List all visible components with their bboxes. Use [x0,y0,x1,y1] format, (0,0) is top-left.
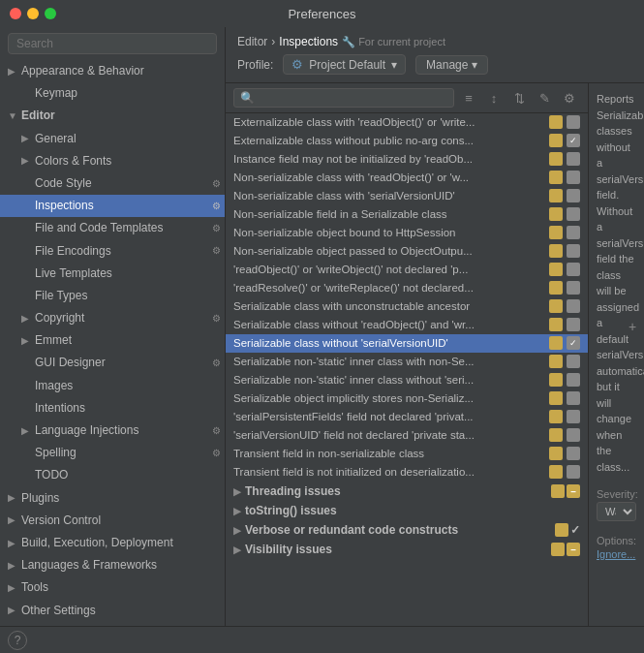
check-box[interactable] [567,171,580,184]
sidebar-item-label: Inspections [35,197,94,215]
sidebar-item-intentions[interactable]: Intentions [0,397,225,420]
profile-dropdown[interactable]: ⚙ Project Default ▾ [283,54,406,75]
sidebar-item-general[interactable]: ▶ General [0,128,225,150]
group-arrow-icon: ▶ [233,525,241,536]
list-item[interactable]: Non-serializable field in a Serializable… [226,205,588,224]
list-item[interactable]: Transient field is not initialized on de… [226,463,588,482]
check-box[interactable] [567,299,580,313]
check-box[interactable] [567,318,580,331]
list-item[interactable]: Transient field in non-serializable clas… [226,445,588,463]
sidebar-item-label: GUI Designer [35,354,106,372]
sidebar-item-keymap[interactable]: Keymap [0,82,225,105]
list-item[interactable]: Non-serializable class with 'serialVersi… [226,187,588,205]
list-item[interactable]: Serializable object implicitly stores no… [226,389,588,408]
sidebar-item-label: File Types [35,287,87,305]
sidebar-item-editor[interactable]: ▼ Editor [0,105,225,127]
check-box[interactable] [567,373,580,387]
sidebar-item-copyright[interactable]: ▶ Copyright ⚙ [0,307,225,329]
inspection-search-input[interactable] [233,88,454,108]
check-box[interactable] [567,281,580,295]
list-item[interactable]: 'serialPersistentFields' field not decla… [226,408,588,426]
list-item[interactable]: Serializable class without 'readObject()… [226,316,588,334]
list-item[interactable]: Instance field may not be initialized by… [226,150,588,169]
sidebar-item-emmet[interactable]: ▶ Emmet [0,329,225,352]
sidebar-item-tools[interactable]: ▶ Tools [0,576,225,599]
sidebar-tree: ▶ Appearance & Behavior Keymap ▼ Editor … [0,60,225,626]
sidebar-item-languages-frameworks[interactable]: ▶ Languages & Frameworks [0,554,225,576]
severity-indicator [551,484,565,498]
list-item[interactable]: Externalizable class without public no-a… [226,132,588,150]
sidebar-search-input[interactable] [8,33,217,54]
add-button[interactable]: + [625,319,640,334]
group-row-threading[interactable]: ▶ Threading issues – [226,482,588,501]
check-box[interactable]: ✓ [570,523,580,537]
sidebar-item-colors-fonts[interactable]: ▶ Colors & Fonts [0,150,225,172]
check-box[interactable] [567,428,580,442]
check-box[interactable] [567,465,580,479]
list-item[interactable]: Non-serializable class with 'readObject(… [226,169,588,187]
sidebar-item-plugins[interactable]: ▶ Plugins [0,487,225,510]
sidebar-item-label: Intentions [35,399,85,418]
sidebar-item-label: Version Control [21,512,101,530]
filter-button[interactable]: ≡ [458,87,479,109]
check-box[interactable] [567,391,580,405]
list-item[interactable]: 'serialVersionUID' field not declared 'p… [226,426,588,445]
list-item[interactable]: Non-serializable object bound to HttpSes… [226,224,588,242]
check-box[interactable] [567,244,580,258]
sort2-button[interactable]: ⇅ [508,87,530,109]
list-item[interactable]: 'readObject()' or 'writeObject()' not de… [226,261,588,279]
list-item-selected[interactable]: Serializable class without 'serialVersio… [226,334,588,353]
sidebar-item-label: File Encodings [35,242,111,261]
sort-button[interactable]: ↕ [483,87,505,109]
minimize-button[interactable] [27,8,39,19]
sidebar-item-file-types[interactable]: File Types [0,285,225,307]
list-item[interactable]: Serializable non-'static' inner class wi… [226,353,588,371]
list-item[interactable]: Serializable class with unconstructable … [226,297,588,316]
sidebar-item-file-encodings[interactable]: File Encodings ⚙ [0,240,225,263]
check-box[interactable] [567,226,580,239]
list-item[interactable]: Non-serializable object passed to Object… [226,242,588,261]
list-item[interactable]: Serializable non-'static' inner class wi… [226,371,588,389]
check-box[interactable] [567,189,580,202]
list-item[interactable]: Externalizable class with 'readObject()'… [226,113,588,132]
check-box[interactable] [567,410,580,423]
arrow-icon: ▶ [8,558,21,574]
sidebar-item-todo[interactable]: TODO [0,464,225,486]
sidebar-item-gui-designer[interactable]: GUI Designer ⚙ [0,352,225,374]
check-box[interactable] [567,447,580,460]
sidebar-item-language-injections[interactable]: ▶ Language Injections ⚙ [0,420,225,442]
description-text: Reports Serializable classes without a s… [597,91,636,475]
check-box[interactable] [567,263,580,276]
check-box[interactable]: ✓ [567,134,580,147]
sidebar-item-file-code-templates[interactable]: File and Code Templates ⚙ [0,217,225,239]
sidebar-item-other-settings[interactable]: ▶ Other Settings [0,600,225,622]
ignore-label[interactable]: Ignore... [597,548,635,560]
check-box[interactable]: ✓ [567,336,580,350]
check-box[interactable] [567,355,580,368]
check-box[interactable] [567,115,580,129]
settings-icon: ⚙ [212,356,221,371]
sidebar-item-inspections[interactable]: Inspections ⚙ [0,195,225,217]
sidebar-item-version-control[interactable]: ▶ Version Control [0,510,225,532]
sidebar-item-spelling[interactable]: Spelling ⚙ [0,442,225,464]
close-button[interactable] [10,8,21,19]
severity-indicator [549,189,563,202]
group-row-verbose[interactable]: ▶ Verbose or redundant code constructs ✓ [226,520,588,540]
help-button[interactable]: ? [8,631,27,650]
manage-button[interactable]: Manage ▾ [415,55,488,75]
sidebar-item-appearance[interactable]: ▶ Appearance & Behavior [0,60,225,82]
sidebar-item-code-style[interactable]: Code Style ⚙ [0,172,225,195]
sidebar-item-live-templates[interactable]: Live Templates [0,263,225,285]
severity-select[interactable]: Warning [597,502,636,521]
group-row-tostring[interactable]: ▶ toString() issues [226,501,588,520]
settings-button[interactable]: ⚙ [559,87,580,109]
sidebar-item-build-execution[interactable]: ▶ Build, Execution, Deployment [0,532,225,554]
sidebar-item-images[interactable]: Images [0,375,225,397]
check-box[interactable] [567,207,580,221]
check-box[interactable] [567,152,580,166]
group-row-visibility[interactable]: ▶ Visibility issues – [226,540,588,559]
severity-indicator [549,391,563,405]
maximize-button[interactable] [45,8,56,19]
list-item[interactable]: 'readResolve()' or 'writeReplace()' not … [226,279,588,297]
edit-button[interactable]: ✎ [534,87,555,109]
